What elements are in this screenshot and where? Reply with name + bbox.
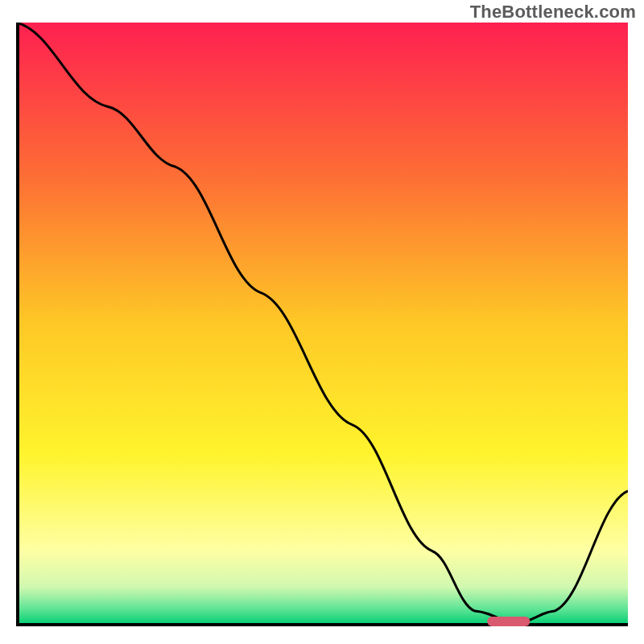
chart-frame: TheBottleneck.com — [0, 0, 644, 644]
chart-svg — [16, 23, 628, 628]
chart-container — [16, 23, 628, 628]
watermark-text: TheBottleneck.com — [470, 2, 636, 23]
plot-background — [16, 23, 628, 623]
optimal-marker — [487, 617, 530, 626]
